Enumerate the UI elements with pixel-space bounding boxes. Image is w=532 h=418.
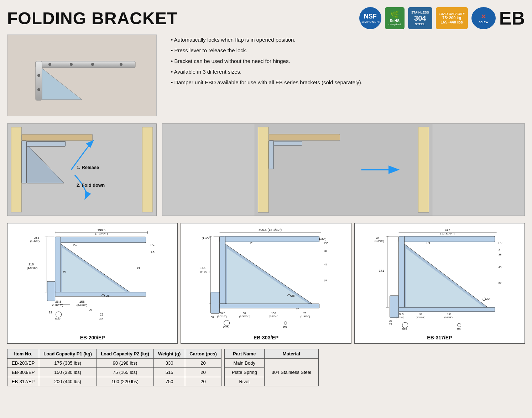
drawing-eb303-svg: 305.5 (12-1/32") P2 P1 26(1-1/32") (1-1/… <box>184 226 348 333</box>
svg-text:20: 20 <box>89 308 92 311</box>
rohs-badge: 🌿 RoHS compliant <box>385 7 405 29</box>
svg-text:305.5 (12-1/32"): 305.5 (12-1/32") <box>259 228 282 232</box>
screw-label: SCrEW <box>479 21 488 24</box>
svg-text:(4-9/16"): (4-9/16") <box>27 266 38 270</box>
svg-text:29: 29 <box>303 312 307 315</box>
header: FOLDING BRACKET NSF COMPONENT 🌿 RoHS com… <box>7 7 525 29</box>
steel-line1: STAINLESS <box>411 11 429 14</box>
svg-text:36.5: 36.5 <box>220 312 225 315</box>
svg-text:(1-9/64"): (1-9/64") <box>301 315 310 318</box>
drawing-eb317-svg: 317 (12-31/64") P2 P1 30 (1-3/16") <box>358 226 522 333</box>
svg-rect-105 <box>398 236 495 242</box>
svg-text:45: 45 <box>498 266 501 269</box>
spec-table-section: Item No. Load Capacity P1 (kg) Load Capa… <box>7 349 525 386</box>
svg-text:98: 98 <box>243 312 246 315</box>
col-header-weight: Weight (g) <box>153 349 185 359</box>
rohs-text: RoHS <box>390 19 400 23</box>
spec-table: Item No. Load Capacity P1 (kg) Load Capa… <box>7 349 221 386</box>
header-badges: NSF COMPONENT 🌿 RoHS compliant STAINLESS… <box>359 7 525 29</box>
steel-line3: STEEL <box>415 22 425 26</box>
drawings-row: 199.5 (7-55/64") P2 1.5 P1 28.5 (1-1/8") <box>7 223 525 344</box>
svg-text:(1-1/8"): (1-1/8") <box>202 236 212 239</box>
svg-text:(1-1/8"): (1-1/8") <box>30 239 40 243</box>
svg-text:67: 67 <box>498 281 501 285</box>
svg-text:30: 30 <box>211 316 214 319</box>
svg-text:45: 45 <box>324 263 327 266</box>
svg-point-7 <box>37 74 40 77</box>
svg-rect-106 <box>398 236 404 307</box>
nsf-sub: COMPONENT <box>359 20 381 23</box>
cell-item-1: EB-303/EP <box>7 368 39 377</box>
svg-text:P2: P2 <box>151 243 155 247</box>
svg-text:30: 30 <box>375 236 379 239</box>
col-header-item: Item No. <box>7 349 39 359</box>
rohs-leaf-icon: 🌿 <box>390 10 399 19</box>
drawing-label-eb317: EB-317/EP <box>427 335 452 340</box>
svg-marker-2 <box>42 68 82 100</box>
svg-rect-11 <box>142 127 153 212</box>
drawing-label-eb200: EB-200/EP <box>80 335 105 340</box>
cell-p1-1: 150 (330 lbs) <box>39 368 97 377</box>
cell-carton-0: 20 <box>185 359 221 368</box>
svg-rect-119 <box>390 296 398 318</box>
cell-p2-1: 75 (165 lbs) <box>97 368 154 377</box>
svg-text:36.5: 36.5 <box>55 300 62 303</box>
mat-col-header-material: Material <box>264 349 318 359</box>
svg-text:1. Release: 1. Release <box>77 165 99 170</box>
svg-text:116: 116 <box>28 263 34 266</box>
svg-text:Ø5: Ø5 <box>99 317 103 320</box>
cell-p2-2: 100 (220 lbs) <box>97 377 154 386</box>
mat-cell-part-1: Plate Spring <box>224 368 264 377</box>
svg-point-57 <box>100 313 103 316</box>
svg-marker-35 <box>62 248 126 292</box>
svg-text:24: 24 <box>389 323 392 326</box>
features-area: Automatically locks when flap is in open… <box>164 35 525 88</box>
svg-text:(1-3/16"): (1-3/16") <box>374 240 384 243</box>
svg-text:38: 38 <box>324 249 327 253</box>
svg-text:(6-7/64"): (6-7/64") <box>77 303 88 307</box>
svg-text:(3-55/64"): (3-55/64") <box>416 316 425 318</box>
cell-carton-1: 20 <box>185 368 221 377</box>
feature-3: Bracket can be used without the need for… <box>171 56 525 67</box>
product-image <box>7 35 157 116</box>
drawing-eb200-svg: 199.5 (7-55/64") P2 1.5 P1 28.5 (1-1/8") <box>10 226 174 333</box>
svg-rect-15 <box>27 141 66 146</box>
table-row: EB-303/EP 150 (330 lbs) 75 (165 lbs) 515… <box>7 368 221 377</box>
load-lbs: 165~440 lbs <box>441 20 463 24</box>
mat-table-row: Main Body 304 Stainless Steel <box>224 359 318 368</box>
fold-diagram-left: 1. Release 2. Fold down <box>7 123 157 216</box>
feature-5: Damper unit EBD available for use with a… <box>171 77 525 88</box>
svg-point-128 <box>402 322 408 328</box>
cell-p1-2: 200 (440 lbs) <box>39 377 97 386</box>
svg-text:155: 155 <box>79 300 85 303</box>
drawing-eb317: 317 (12-31/64") P2 P1 30 (1-3/16") <box>354 223 525 344</box>
fold-diagram-right <box>162 123 525 216</box>
svg-text:(6-1/2"): (6-1/2") <box>200 270 210 273</box>
cell-p1-0: 175 (385 lbs) <box>39 359 97 368</box>
svg-rect-12 <box>22 134 93 141</box>
noscrew-badge: ✕ SCrEW <box>471 7 496 29</box>
svg-rect-13 <box>22 141 27 183</box>
table-row: EB-200/EP 175 (385 lbs) 90 (198 lbs) 330… <box>7 359 221 368</box>
svg-text:Ø6: Ø6 <box>486 298 490 301</box>
svg-text:(1-7/16"): (1-7/16") <box>396 316 404 318</box>
svg-rect-83 <box>211 292 220 313</box>
features-list: Automatically locks when flap is in open… <box>171 35 525 88</box>
svg-text:(1-7/16"): (1-7/16") <box>52 303 63 307</box>
svg-text:1.5: 1.5 <box>151 250 155 254</box>
svg-text:(12-31/64"): (12-31/64") <box>440 232 454 235</box>
cell-weight-1: 515 <box>153 368 185 377</box>
svg-text:36: 36 <box>389 319 392 322</box>
svg-text:(6-9/64"): (6-9/64") <box>269 315 278 318</box>
svg-rect-19 <box>258 127 269 212</box>
svg-text:156: 156 <box>271 312 276 315</box>
svg-point-94 <box>224 320 230 326</box>
feature-1: Automatically locks when flap is in open… <box>171 35 525 45</box>
svg-text:P2: P2 <box>498 241 502 245</box>
steel-badge: STAINLESS 304 STEEL <box>408 7 432 29</box>
svg-text:Ø25: Ø25 <box>55 317 61 320</box>
svg-point-55 <box>56 312 62 317</box>
load-kg: 75~200 kg <box>442 16 461 20</box>
mat-cell-material: 304 Stainless Steel <box>264 359 318 386</box>
noscrew-icon: ✕ <box>481 13 486 21</box>
